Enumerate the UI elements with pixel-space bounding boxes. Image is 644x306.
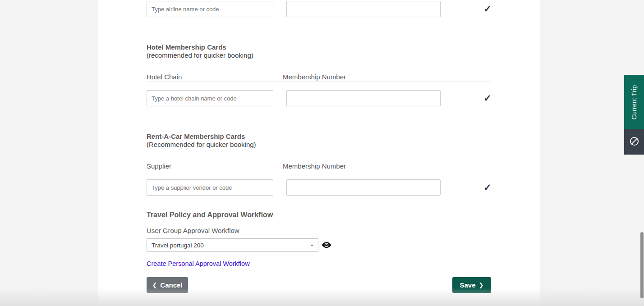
cancel-button[interactable]: ❮ Cancel <box>147 277 188 293</box>
checkmark-icon: ✓ <box>481 181 494 194</box>
hotel-membership-heading: Hotel Membership Cards <box>147 43 226 51</box>
car-membership-subheading: (Recommended for quicker booking) <box>147 141 256 149</box>
hotel-header-divider <box>147 82 491 82</box>
preview-workflow-button[interactable] <box>321 241 332 250</box>
form-content-panel: ✓ Hotel Membership Cards (recommended fo… <box>98 0 540 306</box>
profile-settings-page: ✓ Hotel Membership Cards (recommended fo… <box>0 0 644 306</box>
save-button-label: Save <box>460 281 476 289</box>
car-membership-number-input[interactable] <box>286 179 441 196</box>
hotel-chain-input[interactable] <box>147 90 273 106</box>
chevron-left-icon: ❮ <box>152 282 157 288</box>
vertical-scrollbar-thumb[interactable] <box>640 232 644 298</box>
supplier-column-label: Supplier <box>147 162 171 170</box>
circle-slash-icon <box>629 136 639 148</box>
car-membership-heading: Rent-A-Car Membership Cards <box>147 132 245 141</box>
current-trip-tab-label: Current Trip <box>630 85 638 119</box>
approval-workflow-select[interactable]: Travel portugal 200 <box>147 238 318 252</box>
chevron-right-icon: ❯ <box>479 282 484 288</box>
travel-policy-heading: Travel Policy and Approval Workflow <box>147 210 273 219</box>
car-header-divider <box>147 171 491 171</box>
hotel-membership-subheading: (recommended for quicker booking) <box>147 51 253 59</box>
current-trip-tab[interactable]: Current Trip <box>624 75 644 129</box>
hotel-chain-column-label: Hotel Chain <box>147 73 182 81</box>
hotel-membership-number-input[interactable] <box>286 90 441 106</box>
user-group-approval-workflow-label: User Group Approval Workflow <box>147 227 239 235</box>
eye-icon <box>321 244 332 251</box>
save-button[interactable]: Save ❯ <box>452 277 491 293</box>
airline-name-input[interactable] <box>147 1 273 17</box>
approval-workflow-select-wrap: Travel portugal 200 ⌄ <box>147 238 318 252</box>
create-personal-approval-workflow-link[interactable]: Create Personal Approval Workflow <box>147 260 250 267</box>
supplier-input[interactable] <box>147 179 273 196</box>
hotel-membership-number-column-label: Membership Number <box>283 73 346 81</box>
checkmark-icon: ✓ <box>481 3 494 15</box>
slash-circle-tab[interactable] <box>624 129 644 155</box>
cancel-button-label: Cancel <box>160 281 182 289</box>
airline-membership-number-input[interactable] <box>286 1 441 17</box>
checkmark-icon: ✓ <box>481 92 494 105</box>
car-membership-number-column-label: Membership Number <box>283 162 346 170</box>
